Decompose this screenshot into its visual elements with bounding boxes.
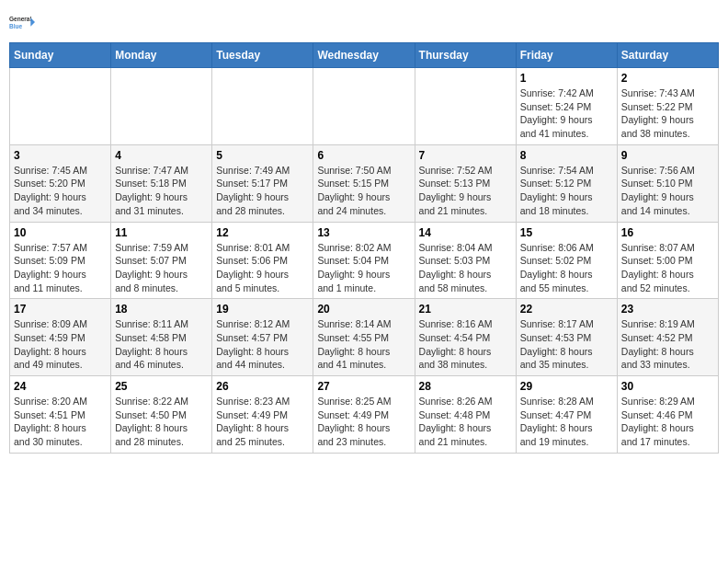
- day-number: 2: [621, 72, 714, 85]
- day-info: Sunrise: 7:47 AM Sunset: 5:18 PM Dayligh…: [115, 164, 208, 218]
- day-info: Sunrise: 8:25 AM Sunset: 4:49 PM Dayligh…: [317, 395, 410, 449]
- calendar-cell: 23Sunrise: 8:19 AM Sunset: 4:52 PM Dayli…: [617, 299, 718, 376]
- calendar-cell: 14Sunrise: 8:04 AM Sunset: 5:03 PM Dayli…: [415, 222, 516, 299]
- calendar-cell: 15Sunrise: 8:06 AM Sunset: 5:02 PM Dayli…: [516, 222, 617, 299]
- column-header-saturday: Saturday: [617, 43, 718, 68]
- day-info: Sunrise: 8:29 AM Sunset: 4:46 PM Dayligh…: [621, 395, 714, 449]
- day-number: 29: [520, 380, 613, 393]
- day-number: 30: [621, 380, 714, 393]
- calendar-cell: 5Sunrise: 7:49 AM Sunset: 5:17 PM Daylig…: [212, 144, 313, 222]
- svg-marker-2: [30, 17, 35, 26]
- day-number: 16: [621, 226, 714, 239]
- calendar-cell: 19Sunrise: 8:12 AM Sunset: 4:57 PM Dayli…: [212, 299, 313, 376]
- day-info: Sunrise: 8:22 AM Sunset: 4:50 PM Dayligh…: [115, 395, 208, 449]
- day-info: Sunrise: 7:52 AM Sunset: 5:13 PM Dayligh…: [419, 164, 512, 218]
- calendar-cell: 17Sunrise: 8:09 AM Sunset: 4:59 PM Dayli…: [10, 299, 111, 376]
- day-info: Sunrise: 8:28 AM Sunset: 4:47 PM Dayligh…: [520, 395, 613, 449]
- calendar-cell: [415, 68, 516, 145]
- day-number: 10: [14, 226, 107, 239]
- calendar-cell: 22Sunrise: 8:17 AM Sunset: 4:53 PM Dayli…: [516, 299, 617, 376]
- day-number: 17: [14, 303, 107, 316]
- day-number: 28: [419, 380, 512, 393]
- calendar-cell: 7Sunrise: 7:52 AM Sunset: 5:13 PM Daylig…: [415, 144, 516, 222]
- day-info: Sunrise: 7:45 AM Sunset: 5:20 PM Dayligh…: [14, 164, 107, 218]
- calendar-cell: 27Sunrise: 8:25 AM Sunset: 4:49 PM Dayli…: [313, 376, 415, 454]
- calendar-cell: 4Sunrise: 7:47 AM Sunset: 5:18 PM Daylig…: [111, 144, 212, 222]
- calendar-cell: 29Sunrise: 8:28 AM Sunset: 4:47 PM Dayli…: [516, 376, 617, 454]
- calendar-cell: 18Sunrise: 8:11 AM Sunset: 4:58 PM Dayli…: [111, 299, 212, 376]
- day-info: Sunrise: 8:26 AM Sunset: 4:48 PM Dayligh…: [419, 395, 512, 449]
- calendar-cell: 16Sunrise: 8:07 AM Sunset: 5:00 PM Dayli…: [617, 222, 718, 299]
- day-number: 27: [317, 380, 410, 393]
- day-number: 12: [216, 226, 309, 239]
- calendar-header-row: SundayMondayTuesdayWednesdayThursdayFrid…: [10, 43, 719, 68]
- day-info: Sunrise: 7:54 AM Sunset: 5:12 PM Dayligh…: [520, 164, 613, 218]
- calendar-cell: 24Sunrise: 8:20 AM Sunset: 4:51 PM Dayli…: [10, 376, 111, 454]
- calendar-cell: 21Sunrise: 8:16 AM Sunset: 4:54 PM Dayli…: [415, 299, 516, 376]
- day-number: 1: [520, 72, 613, 85]
- day-info: Sunrise: 7:56 AM Sunset: 5:10 PM Dayligh…: [621, 164, 714, 218]
- day-info: Sunrise: 7:50 AM Sunset: 5:15 PM Dayligh…: [317, 164, 410, 218]
- calendar-cell: 25Sunrise: 8:22 AM Sunset: 4:50 PM Dayli…: [111, 376, 212, 454]
- day-info: Sunrise: 8:23 AM Sunset: 4:49 PM Dayligh…: [216, 395, 309, 449]
- day-info: Sunrise: 8:04 AM Sunset: 5:03 PM Dayligh…: [419, 241, 512, 295]
- day-info: Sunrise: 7:49 AM Sunset: 5:17 PM Dayligh…: [216, 164, 309, 218]
- logo: GeneralBlue: [9, 9, 35, 35]
- day-info: Sunrise: 8:19 AM Sunset: 4:52 PM Dayligh…: [621, 317, 714, 372]
- svg-text:General: General: [9, 16, 31, 22]
- svg-text:Blue: Blue: [9, 23, 22, 29]
- day-number: 13: [317, 226, 410, 239]
- day-info: Sunrise: 8:11 AM Sunset: 4:58 PM Dayligh…: [115, 317, 208, 372]
- calendar-week-3: 10Sunrise: 7:57 AM Sunset: 5:09 PM Dayli…: [10, 222, 719, 299]
- day-info: Sunrise: 8:07 AM Sunset: 5:00 PM Dayligh…: [621, 241, 714, 295]
- day-number: 5: [216, 149, 309, 162]
- column-header-tuesday: Tuesday: [212, 43, 313, 68]
- day-number: 6: [317, 149, 410, 162]
- day-info: Sunrise: 7:43 AM Sunset: 5:22 PM Dayligh…: [621, 86, 714, 141]
- day-number: 20: [317, 303, 410, 316]
- day-number: 24: [14, 380, 107, 393]
- day-number: 25: [115, 380, 208, 393]
- logo-icon: GeneralBlue: [9, 9, 35, 35]
- day-info: Sunrise: 8:16 AM Sunset: 4:54 PM Dayligh…: [419, 317, 512, 372]
- calendar-cell: 2Sunrise: 7:43 AM Sunset: 5:22 PM Daylig…: [617, 68, 718, 145]
- day-number: 26: [216, 380, 309, 393]
- calendar-table: SundayMondayTuesdayWednesdayThursdayFrid…: [9, 42, 719, 454]
- day-number: 3: [14, 149, 107, 162]
- day-number: 9: [621, 149, 714, 162]
- calendar-week-4: 17Sunrise: 8:09 AM Sunset: 4:59 PM Dayli…: [10, 299, 719, 376]
- day-number: 23: [621, 303, 714, 316]
- day-info: Sunrise: 8:20 AM Sunset: 4:51 PM Dayligh…: [14, 395, 107, 449]
- calendar-cell: 30Sunrise: 8:29 AM Sunset: 4:46 PM Dayli…: [617, 376, 718, 454]
- calendar-cell: [313, 68, 415, 145]
- day-number: 18: [115, 303, 208, 316]
- day-number: 11: [115, 226, 208, 239]
- header: GeneralBlue: [9, 9, 719, 35]
- calendar-week-1: 1Sunrise: 7:42 AM Sunset: 5:24 PM Daylig…: [10, 68, 719, 145]
- day-info: Sunrise: 7:57 AM Sunset: 5:09 PM Dayligh…: [14, 241, 107, 295]
- day-info: Sunrise: 7:42 AM Sunset: 5:24 PM Dayligh…: [520, 86, 613, 141]
- calendar-week-2: 3Sunrise: 7:45 AM Sunset: 5:20 PM Daylig…: [10, 144, 719, 222]
- day-info: Sunrise: 8:01 AM Sunset: 5:06 PM Dayligh…: [216, 241, 309, 295]
- calendar-cell: [10, 68, 111, 145]
- column-header-thursday: Thursday: [415, 43, 516, 68]
- calendar-cell: 26Sunrise: 8:23 AM Sunset: 4:49 PM Dayli…: [212, 376, 313, 454]
- day-number: 15: [520, 226, 613, 239]
- day-number: 14: [419, 226, 512, 239]
- calendar-cell: 10Sunrise: 7:57 AM Sunset: 5:09 PM Dayli…: [10, 222, 111, 299]
- calendar-cell: [212, 68, 313, 145]
- column-header-wednesday: Wednesday: [313, 43, 415, 68]
- day-info: Sunrise: 8:09 AM Sunset: 4:59 PM Dayligh…: [14, 317, 107, 372]
- day-number: 22: [520, 303, 613, 316]
- calendar-cell: 28Sunrise: 8:26 AM Sunset: 4:48 PM Dayli…: [415, 376, 516, 454]
- calendar-cell: 13Sunrise: 8:02 AM Sunset: 5:04 PM Dayli…: [313, 222, 415, 299]
- calendar-cell: 12Sunrise: 8:01 AM Sunset: 5:06 PM Dayli…: [212, 222, 313, 299]
- calendar-week-5: 24Sunrise: 8:20 AM Sunset: 4:51 PM Dayli…: [10, 376, 719, 454]
- calendar-cell: [111, 68, 212, 145]
- day-info: Sunrise: 8:12 AM Sunset: 4:57 PM Dayligh…: [216, 317, 309, 372]
- day-number: 4: [115, 149, 208, 162]
- column-header-monday: Monday: [111, 43, 212, 68]
- calendar-cell: 9Sunrise: 7:56 AM Sunset: 5:10 PM Daylig…: [617, 144, 718, 222]
- day-number: 7: [419, 149, 512, 162]
- day-number: 19: [216, 303, 309, 316]
